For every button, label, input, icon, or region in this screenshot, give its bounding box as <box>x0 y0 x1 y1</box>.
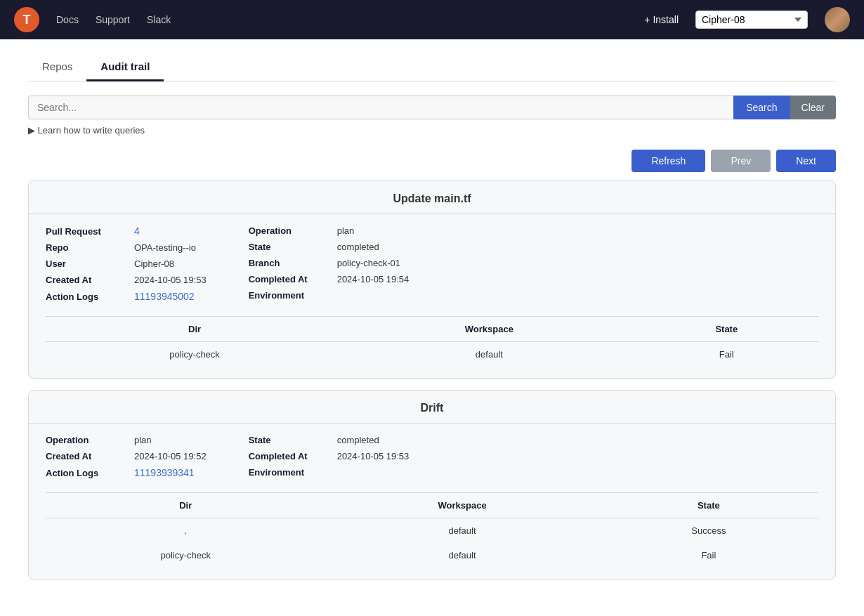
meta-value: 2024-10-05 19:53 <box>337 451 410 461</box>
tab-audit-trail[interactable]: Audit trail <box>86 53 164 81</box>
meta-row: Operationplan <box>249 225 410 236</box>
meta-label: Pull Request <box>46 226 123 237</box>
table-cell: Fail <box>599 543 818 568</box>
meta-value: 2024-10-05 19:52 <box>134 451 207 461</box>
meta-row: Completed At2024-10-05 19:53 <box>249 451 410 461</box>
meta-value: completed <box>337 242 379 252</box>
app-logo: T <box>14 7 39 32</box>
topnav: T Docs Support Slack + Install Cipher-08 <box>0 0 864 39</box>
main-content: Repos Audit trail Search Clear ▶ Learn h… <box>0 39 864 605</box>
meta-label: Action Logs <box>46 468 123 478</box>
meta-label: State <box>249 435 326 445</box>
table-header: Workspace <box>343 317 634 342</box>
meta-row: Created At2024-10-05 19:53 <box>46 275 207 285</box>
meta-row: Branchpolicy-check-01 <box>249 258 410 268</box>
meta-label: Repo <box>46 242 123 253</box>
meta-row: RepoOPA-testing--io <box>46 242 207 253</box>
meta-label: Created At <box>46 275 123 285</box>
meta-value: completed <box>337 435 379 445</box>
meta-label: Action Logs <box>46 291 123 302</box>
table-header: State <box>599 493 818 518</box>
table-row: policy-checkdefaultFail <box>46 342 818 367</box>
meta-row: Environment <box>249 290 410 301</box>
meta-row: Action Logs11193945002 <box>46 291 207 302</box>
meta-value[interactable]: 11193945002 <box>134 291 195 302</box>
tab-repos[interactable]: Repos <box>28 53 86 81</box>
nav-slack[interactable]: Slack <box>147 14 171 25</box>
table-row: policy-checkdefaultFail <box>46 543 818 568</box>
meta-label: Environment <box>249 467 326 478</box>
meta-label: Created At <box>46 451 123 461</box>
user-avatar[interactable] <box>825 7 850 32</box>
search-row: Search Clear <box>28 96 836 119</box>
search-input[interactable] <box>28 96 733 119</box>
meta-value[interactable]: 11193939341 <box>134 467 195 478</box>
meta-label: Branch <box>249 258 326 268</box>
audit-card: DriftOperationplanCreated At2024-10-05 1… <box>28 390 836 579</box>
card-title: Update main.tf <box>29 181 835 214</box>
meta-row: Action Logs11193939341 <box>46 467 207 478</box>
meta-label: Completed At <box>249 274 326 284</box>
meta-label: Operation <box>46 435 123 445</box>
meta-value: policy-check-01 <box>337 258 400 268</box>
search-button[interactable]: Search <box>733 96 790 119</box>
table-cell: Success <box>599 518 818 544</box>
cards-container: Update main.tfPull Request4RepoOPA-testi… <box>28 181 836 579</box>
audit-card: Update main.tfPull Request4RepoOPA-testi… <box>28 181 836 379</box>
clear-button[interactable]: Clear <box>790 96 836 119</box>
table-header: Workspace <box>325 493 598 518</box>
install-button[interactable]: + Install <box>644 14 679 25</box>
table-row: .defaultSuccess <box>46 518 818 544</box>
meta-row: Pull Request4 <box>46 225 207 237</box>
meta-value: OPA-testing--io <box>134 242 196 253</box>
next-button[interactable]: Next <box>776 150 836 172</box>
table-cell: policy-check <box>46 342 343 367</box>
meta-value: Cipher-08 <box>134 258 174 269</box>
meta-label: Completed At <box>249 451 326 461</box>
meta-value: 2024-10-05 19:54 <box>337 274 410 284</box>
nav-docs[interactable]: Docs <box>56 14 79 25</box>
table-cell: . <box>46 518 325 544</box>
meta-row: Environment <box>249 467 410 478</box>
meta-label: User <box>46 258 123 269</box>
card-body: Pull Request4RepoOPA-testing--ioUserCiph… <box>29 214 835 378</box>
prev-button[interactable]: Prev <box>711 150 771 172</box>
meta-row: Statecompleted <box>249 242 410 252</box>
meta-value: 2024-10-05 19:53 <box>134 275 207 285</box>
table-cell: default <box>325 543 598 568</box>
card-table: DirWorkspaceStatepolicy-checkdefaultFail <box>46 316 818 367</box>
card-table: DirWorkspaceState.defaultSuccesspolicy-c… <box>46 492 818 568</box>
workspace-selector[interactable]: Cipher-08 <box>695 11 808 29</box>
tabs: Repos Audit trail <box>28 53 836 81</box>
card-title: Drift <box>29 391 835 424</box>
meta-row: Completed At2024-10-05 19:54 <box>249 274 410 284</box>
meta-row: Created At2024-10-05 19:52 <box>46 451 207 461</box>
meta-value: plan <box>134 435 152 445</box>
table-header: Dir <box>46 493 325 518</box>
refresh-button[interactable]: Refresh <box>631 150 705 172</box>
table-header: State <box>635 317 818 342</box>
meta-label: Operation <box>249 225 326 236</box>
table-cell: default <box>325 518 598 544</box>
meta-value: plan <box>337 225 355 236</box>
table-header: Dir <box>46 317 343 342</box>
query-help-link[interactable]: ▶ Learn how to write queries <box>28 125 836 136</box>
meta-row: Operationplan <box>46 435 207 445</box>
meta-row: Statecompleted <box>249 435 410 445</box>
card-body: OperationplanCreated At2024-10-05 19:52A… <box>29 424 835 579</box>
pagination-row: Refresh Prev Next <box>28 150 836 172</box>
table-cell: Fail <box>635 342 818 367</box>
meta-label: Environment <box>249 290 326 301</box>
table-cell: default <box>343 342 634 367</box>
table-cell: policy-check <box>46 543 325 568</box>
meta-label: State <box>249 242 326 252</box>
meta-row: UserCipher-08 <box>46 258 207 269</box>
meta-value[interactable]: 4 <box>134 225 140 237</box>
nav-support[interactable]: Support <box>96 14 130 25</box>
